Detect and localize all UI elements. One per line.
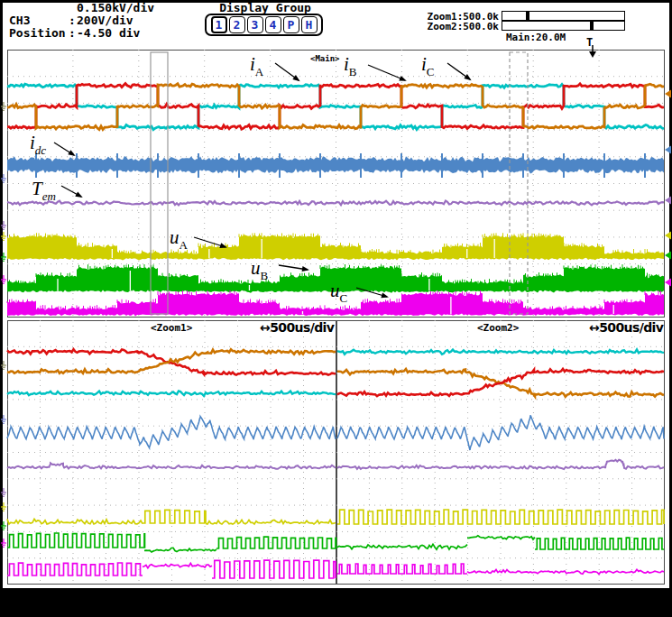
zoom2-panel-tag: <Zoom2> <box>477 323 519 333</box>
display-group-button-4[interactable]: 4 <box>265 16 281 33</box>
position-value: -4.50 div <box>77 27 140 39</box>
display-group-title: Display Group <box>207 2 323 14</box>
zoom2-timebase-label: ↔500us/div <box>589 320 663 335</box>
trace-label-uB: uB <box>251 257 268 283</box>
main-waveform-panel <box>7 50 665 318</box>
trace-label-iC: iC <box>421 53 435 79</box>
display-group-button-1[interactable]: 1 <box>211 16 227 33</box>
display-group-button-H[interactable]: H <box>301 16 318 33</box>
zoom2-memory-bar[interactable] <box>502 21 625 31</box>
oscilloscope-screen: 0.150kV/div CH3 : 200V/div Position : -4… <box>0 0 672 617</box>
zoom1-waveform-panel <box>7 320 336 585</box>
channel-name: CH3 <box>9 14 30 26</box>
channel-scale-top: 0.150kV/div <box>77 2 154 14</box>
channel-colon: : <box>69 14 76 26</box>
position-label: Position <box>9 27 66 39</box>
trace-label-Tem: Tem <box>32 178 56 204</box>
display-group-button-3[interactable]: 3 <box>247 16 263 33</box>
display-group-button-P[interactable]: P <box>283 16 299 33</box>
display-group-button-2[interactable]: 2 <box>229 16 245 33</box>
zoom2-waveform-panel <box>336 320 665 585</box>
trace-label-idc: idc <box>30 132 46 158</box>
main-panel-tag: <Main> <box>310 54 340 64</box>
trace-label-uC: uC <box>330 280 347 306</box>
zoom1-position-tick[interactable] <box>526 12 529 20</box>
zoom1-timebase-label: ↔500us/div <box>260 320 334 335</box>
zoom1-panel-tag: <Zoom1> <box>151 323 192 333</box>
channel-scale: 200V/div <box>77 14 133 26</box>
zoom2-position-tick[interactable] <box>590 22 594 30</box>
trace-label-uA: uA <box>170 226 188 253</box>
trigger-position-marker[interactable]: T <box>586 37 593 49</box>
main-memory-label: Main:20.0M <box>506 32 566 42</box>
display-group-buttons: 1234PH <box>205 14 323 36</box>
trace-label-iA: iA <box>250 53 263 79</box>
position-colon: : <box>69 27 76 39</box>
zoom2-memory-label: Zoom2:500.0k <box>379 22 499 32</box>
trace-label-iB: iB <box>344 53 357 79</box>
zoom1-memory-bar[interactable] <box>502 11 625 21</box>
